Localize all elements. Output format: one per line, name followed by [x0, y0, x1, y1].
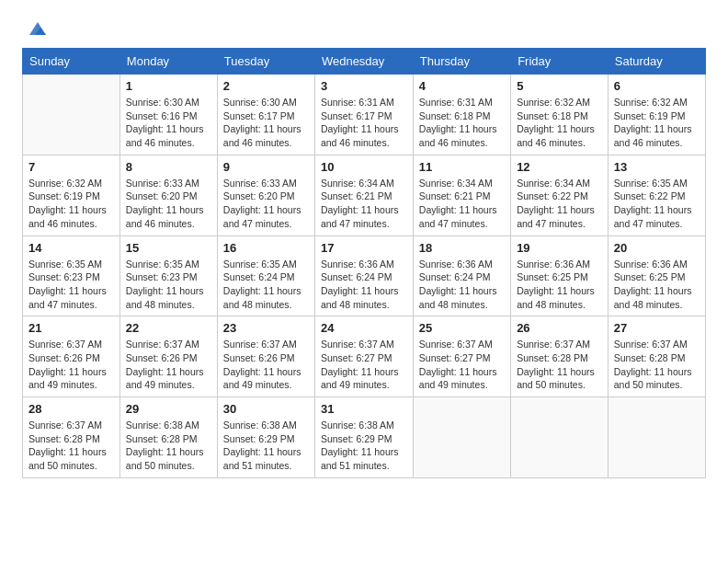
- day-number: 18: [419, 241, 505, 255]
- weekday-header-tuesday: Tuesday: [217, 49, 314, 75]
- day-info: Sunrise: 6:36 AM Sunset: 6:25 PM Dayligh…: [517, 258, 602, 312]
- day-info: Sunrise: 6:30 AM Sunset: 6:16 PM Dayligh…: [126, 96, 211, 150]
- day-number: 6: [614, 79, 700, 93]
- day-info: Sunrise: 6:37 AM Sunset: 6:26 PM Dayligh…: [28, 338, 114, 392]
- calendar-cell: 28Sunrise: 6:37 AM Sunset: 6:28 PM Dayli…: [23, 397, 120, 478]
- day-number: 11: [419, 160, 505, 174]
- day-info: Sunrise: 6:31 AM Sunset: 6:17 PM Dayligh…: [321, 96, 407, 150]
- calendar-cell: 21Sunrise: 6:37 AM Sunset: 6:26 PM Dayli…: [23, 316, 120, 397]
- calendar-cell: 31Sunrise: 6:38 AM Sunset: 6:29 PM Dayli…: [314, 397, 413, 478]
- calendar-cell: 18Sunrise: 6:36 AM Sunset: 6:24 PM Dayli…: [413, 236, 510, 316]
- day-info: Sunrise: 6:36 AM Sunset: 6:25 PM Dayligh…: [614, 258, 700, 312]
- day-info: Sunrise: 6:35 AM Sunset: 6:23 PM Dayligh…: [126, 258, 211, 312]
- day-number: 9: [223, 160, 309, 174]
- calendar-cell: 6Sunrise: 6:32 AM Sunset: 6:19 PM Daylig…: [608, 75, 705, 155]
- day-number: 8: [126, 160, 211, 174]
- calendar-cell: 19Sunrise: 6:36 AM Sunset: 6:25 PM Dayli…: [511, 236, 609, 316]
- calendar-cell: 3Sunrise: 6:31 AM Sunset: 6:17 PM Daylig…: [314, 75, 413, 155]
- calendar-cell: [23, 75, 120, 155]
- day-info: Sunrise: 6:34 AM Sunset: 6:21 PM Dayligh…: [419, 177, 505, 231]
- week-row-3: 14Sunrise: 6:35 AM Sunset: 6:23 PM Dayli…: [23, 236, 706, 316]
- calendar-cell: [608, 397, 705, 478]
- calendar-cell: [511, 397, 609, 478]
- calendar-cell: 27Sunrise: 6:37 AM Sunset: 6:28 PM Dayli…: [608, 316, 705, 397]
- calendar-cell: 2Sunrise: 6:30 AM Sunset: 6:17 PM Daylig…: [217, 75, 314, 155]
- calendar-cell: 1Sunrise: 6:30 AM Sunset: 6:16 PM Daylig…: [119, 75, 217, 155]
- weekday-header-saturday: Saturday: [608, 49, 705, 75]
- calendar-cell: 13Sunrise: 6:35 AM Sunset: 6:22 PM Dayli…: [608, 155, 705, 236]
- day-number: 24: [321, 321, 407, 335]
- calendar-cell: 10Sunrise: 6:34 AM Sunset: 6:21 PM Dayli…: [314, 155, 413, 236]
- day-number: 28: [28, 402, 114, 416]
- day-number: 10: [321, 160, 407, 174]
- logo: [22, 18, 48, 39]
- day-number: 29: [126, 402, 211, 416]
- calendar-cell: 14Sunrise: 6:35 AM Sunset: 6:23 PM Dayli…: [23, 236, 120, 316]
- calendar-cell: 23Sunrise: 6:37 AM Sunset: 6:26 PM Dayli…: [217, 316, 314, 397]
- calendar-cell: 25Sunrise: 6:37 AM Sunset: 6:27 PM Dayli…: [413, 316, 510, 397]
- day-number: 19: [517, 241, 602, 255]
- day-number: 4: [419, 79, 505, 93]
- day-info: Sunrise: 6:38 AM Sunset: 6:29 PM Dayligh…: [223, 419, 309, 473]
- day-number: 16: [223, 241, 309, 255]
- day-info: Sunrise: 6:33 AM Sunset: 6:20 PM Dayligh…: [223, 177, 309, 231]
- day-number: 17: [321, 241, 407, 255]
- day-number: 15: [126, 241, 211, 255]
- day-number: 30: [223, 402, 309, 416]
- day-number: 31: [321, 402, 407, 416]
- day-info: Sunrise: 6:32 AM Sunset: 6:19 PM Dayligh…: [28, 177, 114, 231]
- day-info: Sunrise: 6:34 AM Sunset: 6:21 PM Dayligh…: [321, 177, 407, 231]
- day-info: Sunrise: 6:37 AM Sunset: 6:27 PM Dayligh…: [419, 338, 505, 392]
- weekday-header-wednesday: Wednesday: [314, 49, 413, 75]
- day-info: Sunrise: 6:36 AM Sunset: 6:24 PM Dayligh…: [321, 258, 407, 312]
- week-row-1: 1Sunrise: 6:30 AM Sunset: 6:16 PM Daylig…: [23, 75, 706, 155]
- day-number: 1: [126, 79, 211, 93]
- day-number: 7: [28, 160, 114, 174]
- day-number: 27: [614, 321, 700, 335]
- day-info: Sunrise: 6:32 AM Sunset: 6:18 PM Dayligh…: [517, 96, 602, 150]
- calendar-cell: 12Sunrise: 6:34 AM Sunset: 6:22 PM Dayli…: [511, 155, 609, 236]
- day-info: Sunrise: 6:37 AM Sunset: 6:27 PM Dayligh…: [321, 338, 407, 392]
- day-info: Sunrise: 6:37 AM Sunset: 6:26 PM Dayligh…: [126, 338, 211, 392]
- day-number: 12: [517, 160, 602, 174]
- day-number: 26: [517, 321, 602, 335]
- logo-icon: [28, 18, 48, 39]
- day-number: 23: [223, 321, 309, 335]
- day-info: Sunrise: 6:37 AM Sunset: 6:28 PM Dayligh…: [614, 338, 700, 392]
- calendar-cell: 9Sunrise: 6:33 AM Sunset: 6:20 PM Daylig…: [217, 155, 314, 236]
- day-info: Sunrise: 6:38 AM Sunset: 6:28 PM Dayligh…: [126, 419, 211, 473]
- day-info: Sunrise: 6:30 AM Sunset: 6:17 PM Dayligh…: [223, 96, 309, 150]
- week-row-5: 28Sunrise: 6:37 AM Sunset: 6:28 PM Dayli…: [23, 397, 706, 478]
- weekday-header-row: SundayMondayTuesdayWednesdayThursdayFrid…: [23, 49, 706, 75]
- day-number: 21: [28, 321, 114, 335]
- week-row-2: 7Sunrise: 6:32 AM Sunset: 6:19 PM Daylig…: [23, 155, 706, 236]
- day-info: Sunrise: 6:35 AM Sunset: 6:24 PM Dayligh…: [223, 258, 309, 312]
- calendar-cell: 4Sunrise: 6:31 AM Sunset: 6:18 PM Daylig…: [413, 75, 510, 155]
- calendar-cell: 7Sunrise: 6:32 AM Sunset: 6:19 PM Daylig…: [23, 155, 120, 236]
- day-number: 3: [321, 79, 407, 93]
- day-info: Sunrise: 6:37 AM Sunset: 6:28 PM Dayligh…: [28, 419, 114, 473]
- day-info: Sunrise: 6:31 AM Sunset: 6:18 PM Dayligh…: [419, 96, 505, 150]
- weekday-header-monday: Monday: [119, 49, 217, 75]
- calendar-cell: 11Sunrise: 6:34 AM Sunset: 6:21 PM Dayli…: [413, 155, 510, 236]
- calendar-cell: 15Sunrise: 6:35 AM Sunset: 6:23 PM Dayli…: [119, 236, 217, 316]
- day-info: Sunrise: 6:32 AM Sunset: 6:19 PM Dayligh…: [614, 96, 700, 150]
- weekday-header-sunday: Sunday: [23, 49, 120, 75]
- day-number: 14: [28, 241, 114, 255]
- calendar-cell: [413, 397, 510, 478]
- day-number: 20: [614, 241, 700, 255]
- day-number: 13: [614, 160, 700, 174]
- day-info: Sunrise: 6:35 AM Sunset: 6:23 PM Dayligh…: [28, 258, 114, 312]
- day-info: Sunrise: 6:38 AM Sunset: 6:29 PM Dayligh…: [321, 419, 407, 473]
- calendar-cell: 17Sunrise: 6:36 AM Sunset: 6:24 PM Dayli…: [314, 236, 413, 316]
- day-number: 25: [419, 321, 505, 335]
- calendar-cell: 26Sunrise: 6:37 AM Sunset: 6:28 PM Dayli…: [511, 316, 609, 397]
- day-number: 22: [126, 321, 211, 335]
- day-info: Sunrise: 6:34 AM Sunset: 6:22 PM Dayligh…: [517, 177, 602, 231]
- day-info: Sunrise: 6:36 AM Sunset: 6:24 PM Dayligh…: [419, 258, 505, 312]
- calendar-cell: 8Sunrise: 6:33 AM Sunset: 6:20 PM Daylig…: [119, 155, 217, 236]
- calendar-cell: 30Sunrise: 6:38 AM Sunset: 6:29 PM Dayli…: [217, 397, 314, 478]
- calendar-cell: 20Sunrise: 6:36 AM Sunset: 6:25 PM Dayli…: [608, 236, 705, 316]
- weekday-header-friday: Friday: [511, 49, 609, 75]
- calendar-cell: 24Sunrise: 6:37 AM Sunset: 6:27 PM Dayli…: [314, 316, 413, 397]
